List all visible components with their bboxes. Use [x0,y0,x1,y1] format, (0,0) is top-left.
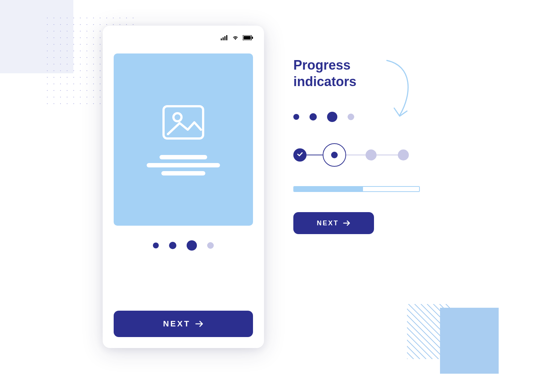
decorative-hatch-pattern [407,304,451,359]
text-placeholder-line [160,155,207,159]
battery-icon [243,35,253,40]
arrow-right-icon [195,321,203,327]
status-bar [114,33,253,42]
page-dot[interactable] [169,242,176,249]
page-dot-active[interactable] [187,240,197,251]
next-button-label: NEXT [317,219,339,227]
image-placeholder-icon [161,104,205,142]
section-title-line1: Progress [293,58,351,73]
page-dots-indicator[interactable] [114,240,253,251]
wifi-icon [232,35,239,40]
page-dot-active[interactable] [327,112,337,122]
next-button[interactable]: NEXT [293,212,374,234]
svg-point-8 [173,113,182,121]
next-button-label: NEXT [163,319,191,329]
progress-bar-example[interactable] [293,186,420,192]
svg-rect-0 [221,38,222,40]
section-title: Progress indicators [293,57,447,90]
svg-rect-6 [252,37,253,39]
step-current-dot [331,152,338,158]
step-current[interactable] [323,143,346,167]
signal-icon [221,35,228,40]
onboarding-hero-card [114,53,253,226]
page-dot[interactable] [309,113,317,121]
step-complete[interactable] [293,148,307,162]
arrow-right-icon [343,220,351,226]
svg-rect-5 [243,36,251,40]
side-panel: Progress indicators NEXT [293,57,447,234]
dots-indicator-example[interactable] [293,112,447,122]
callout-arrow-icon [380,57,423,123]
svg-rect-2 [224,36,225,40]
text-placeholder-line [147,163,220,167]
svg-rect-3 [226,35,227,40]
step-indicator-example[interactable] [293,142,418,168]
section-title-line2: indicators [293,74,356,89]
next-button[interactable]: NEXT [114,311,253,337]
page-dot[interactable] [293,114,299,120]
page-dot-inactive[interactable] [348,114,354,120]
step-upcoming[interactable] [398,149,409,160]
text-placeholder-line [161,171,205,175]
step-upcoming[interactable] [366,149,377,160]
page-dot[interactable] [153,243,159,248]
page-dot-inactive[interactable] [207,242,214,249]
phone-mockup: NEXT [103,26,264,348]
check-icon [297,151,303,159]
svg-rect-1 [223,37,224,40]
progress-bar-fill [294,187,363,191]
